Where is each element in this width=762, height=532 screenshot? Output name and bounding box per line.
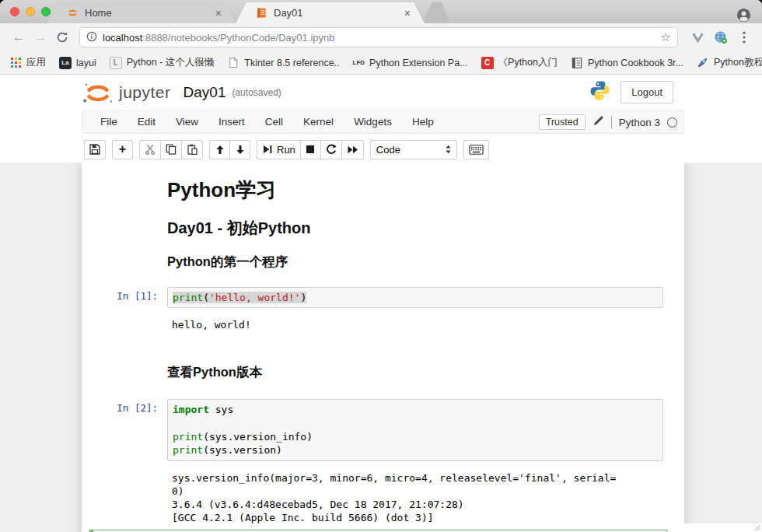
notebook-scroll-area[interactable]: Python学习 Day01 - 初始Python Python的第一个程序 I…	[0, 163, 762, 532]
save-button[interactable]	[84, 140, 106, 159]
trusted-button[interactable]: Trusted	[539, 114, 585, 130]
menu-kernel[interactable]: Kernel	[293, 111, 344, 133]
code-cell-1[interactable]: In [1]: print('hello, world!')	[89, 283, 667, 313]
page-icon	[227, 57, 239, 69]
bookmark-label: layui	[76, 58, 96, 68]
bookmark-python-tutorial[interactable]: Python教程	[697, 56, 762, 69]
code-cell-2[interactable]: In [2]: import sys print(sys.version_inf…	[89, 395, 667, 465]
lfd-text-icon: LFD	[353, 57, 365, 69]
output-cell-2: sys.version_info(major=3, minor=6, micro…	[89, 465, 667, 527]
bookmark-python-blog[interactable]: L Python - 这个人很懒	[110, 56, 215, 69]
markdown-cell-h3-second[interactable]: 查看Python版本	[89, 352, 667, 384]
titlebar: Home × Day01 ×	[0, 0, 762, 23]
scrollbar-corner	[676, 523, 762, 532]
add-cell-button[interactable]: +	[112, 140, 133, 159]
menu-view[interactable]: View	[166, 111, 208, 133]
cut-cells-button[interactable]	[139, 140, 161, 159]
divider	[611, 116, 612, 129]
bookmarks-bar: 应用 La layui L Python - 这个人很懒 Tkinter 8.5…	[0, 51, 762, 75]
profile-avatar-icon[interactable]	[736, 8, 751, 26]
bookmark-python-intro[interactable]: C 《Python入门	[481, 56, 558, 69]
jupyter-logo[interactable]: jupyter	[82, 81, 171, 104]
markdown-cell-h2[interactable]: Day01 - 初始Python	[89, 206, 667, 241]
run-cell-button[interactable]: Run	[257, 140, 301, 159]
run-button-label: Run	[277, 144, 295, 156]
restart-kernel-button[interactable]	[320, 140, 342, 159]
forward-icon[interactable]: →	[30, 26, 51, 48]
back-icon[interactable]: ←	[8, 26, 30, 48]
bookmark-label: 应用	[26, 56, 46, 69]
input-prompt: In [2]:	[93, 399, 167, 461]
red-c-badge-icon: C	[481, 57, 494, 69]
bookmark-label: Tkinter 8.5 reference..	[244, 58, 339, 68]
new-tab-button[interactable]	[421, 2, 449, 23]
tab-title: Day01	[274, 7, 401, 19]
bookmark-label: Python Extension Pa...	[369, 58, 467, 68]
bookmark-python-extension[interactable]: LFD Python Extension Pa...	[353, 57, 468, 69]
close-tab-icon[interactable]: ×	[401, 6, 414, 20]
traffic-lights	[10, 7, 51, 16]
bookmark-apps[interactable]: 应用	[9, 56, 46, 69]
notebook-title[interactable]: Day01	[184, 84, 226, 101]
book-cover-icon	[571, 57, 583, 69]
tab-home[interactable]: Home ×	[47, 2, 236, 23]
bookmark-cookbook[interactable]: Python Cookbook 3r...	[571, 57, 683, 69]
notebook-heading-3: Python的第一个程序	[167, 254, 663, 270]
zoom-window-button[interactable]	[41, 7, 51, 16]
code-input-2[interactable]: import sys print(sys.version_info)print(…	[167, 399, 663, 461]
python-logo-icon	[589, 80, 610, 104]
code-input-1[interactable]: print('hello, world!')	[167, 287, 663, 309]
menu-cell[interactable]: Cell	[255, 111, 293, 133]
kernel-idle-indicator-icon	[667, 117, 677, 128]
menu-insert[interactable]: Insert	[208, 111, 255, 133]
menu-help[interactable]: Help	[402, 111, 444, 133]
edit-mode-pencil-icon	[592, 115, 604, 130]
resize-grip-icon	[754, 524, 761, 531]
menu-file[interactable]: File	[90, 111, 128, 133]
cell-type-dropdown[interactable]: Code	[370, 140, 457, 159]
menu-edit[interactable]: Edit	[128, 111, 166, 133]
url-host: localhost	[103, 32, 142, 44]
extension-chevron-icon[interactable]	[687, 27, 708, 47]
jupyter-logo-icon	[82, 81, 114, 104]
minimize-window-button[interactable]	[26, 7, 35, 16]
menubar: File Edit View Insert Cell Kernel Widget…	[82, 110, 684, 134]
close-window-button[interactable]	[10, 7, 19, 16]
letter-l-icon: L	[110, 57, 122, 69]
move-cell-up-button[interactable]	[209, 140, 230, 159]
extension-globe-icon[interactable]	[711, 27, 731, 47]
move-cell-down-button[interactable]	[229, 140, 250, 159]
rocket-icon	[697, 57, 709, 69]
tab-day01[interactable]: Day01 ×	[236, 2, 425, 23]
autosave-status: (autosaved)	[232, 87, 281, 98]
paste-cells-button[interactable]	[181, 140, 203, 159]
page-info-icon[interactable]	[86, 31, 97, 44]
markdown-cell-h3-first[interactable]: Python的第一个程序	[89, 241, 667, 274]
jupyter-header: jupyter Day01 (autosaved) Logout	[0, 75, 762, 110]
menu-widgets[interactable]: Widgets	[344, 111, 402, 133]
layui-badge-icon: La	[59, 57, 72, 69]
close-tab-icon[interactable]: ×	[212, 6, 225, 20]
menubar-row: File Edit View Insert Cell Kernel Widget…	[0, 110, 762, 136]
restart-run-all-button[interactable]	[341, 140, 364, 159]
output-cell-1: hello, world!	[89, 312, 667, 334]
bookmark-label: Python Cookbook 3r...	[588, 58, 683, 68]
address-bar[interactable]: localhost:8888/notebooks/PythonCode/Day0…	[79, 27, 678, 47]
output-text: hello, world!	[167, 312, 663, 334]
browser-menu-icon[interactable]	[734, 27, 754, 47]
markdown-cell-h1[interactable]: Python学习	[89, 175, 667, 206]
bookmark-layui[interactable]: La layui	[59, 57, 96, 69]
interrupt-kernel-button[interactable]	[300, 140, 321, 159]
command-palette-button[interactable]	[463, 140, 489, 159]
bookmark-star-icon[interactable]: ☆	[661, 30, 671, 44]
kernel-name: Python 3	[619, 117, 660, 128]
logout-button[interactable]: Logout	[620, 81, 673, 103]
bookmark-tkinter[interactable]: Tkinter 8.5 reference..	[227, 57, 339, 69]
dropdown-spinner-icon	[446, 145, 451, 154]
browser-window: Home × Day01 × ← → localhost:8888/notebo…	[0, 0, 762, 532]
copy-cells-button[interactable]	[160, 140, 182, 159]
cell-type-value: Code	[376, 144, 400, 156]
reload-icon[interactable]	[51, 26, 73, 48]
notebook-book-icon	[256, 7, 267, 19]
output-text: sys.version_info(major=3, minor=6, micro…	[167, 465, 663, 527]
